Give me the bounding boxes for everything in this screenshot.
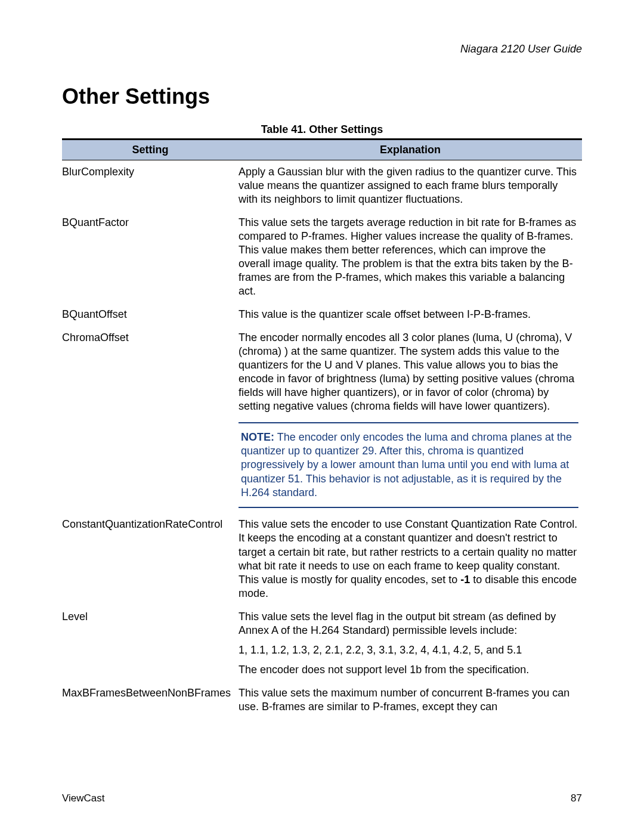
settings-table: Setting Explanation BlurComplexity Apply… xyxy=(62,138,582,719)
setting-explanation: This value sets the encoder to use Const… xyxy=(239,513,582,605)
setting-explanation: This value is the quantizer scale offset… xyxy=(239,303,582,326)
levels-list: 1, 1.1, 1.2, 1.3, 2, 2.1, 2.2, 3, 3.1, 3… xyxy=(239,643,578,657)
table-caption: Table 41. Other Settings xyxy=(62,123,582,136)
table-row: Level This value sets the level flag in … xyxy=(62,605,582,682)
setting-explanation: This value sets the level flag in the ou… xyxy=(239,605,582,682)
col-setting: Setting xyxy=(62,140,239,160)
setting-name: MaxBFramesBetweenNonBFrames xyxy=(62,682,239,719)
explanation-bold: -1 xyxy=(460,574,470,586)
setting-explanation: Apply a Gaussian blur with the given rad… xyxy=(239,160,582,212)
table-row: BlurComplexity Apply a Gaussian blur wit… xyxy=(62,160,582,212)
running-head: Niagara 2120 User Guide xyxy=(62,43,582,55)
setting-explanation: The encoder normally encodes all 3 color… xyxy=(239,326,582,513)
note-block: NOTE: The encoder only encodes the luma … xyxy=(239,422,578,509)
page: Niagara 2120 User Guide Other Settings T… xyxy=(0,0,644,833)
note-label: NOTE: xyxy=(241,431,274,443)
table-row: ChromaOffset The encoder normally encode… xyxy=(62,326,582,513)
setting-name: ChromaOffset xyxy=(62,326,239,513)
setting-name: BlurComplexity xyxy=(62,160,239,212)
setting-explanation: This value sets the targets average redu… xyxy=(239,211,582,303)
note-text: The encoder only encodes the luma and ch… xyxy=(241,431,572,499)
setting-name: BQuantFactor xyxy=(62,211,239,303)
table-row: ConstantQuantizationRateControl This val… xyxy=(62,513,582,605)
explanation-text: The encoder normally encodes all 3 color… xyxy=(239,332,574,412)
setting-explanation: This value sets the maximum number of co… xyxy=(239,682,582,719)
setting-name: ConstantQuantizationRateControl xyxy=(62,513,239,605)
footer: ViewCast 87 xyxy=(62,792,582,804)
table-row: MaxBFramesBetweenNonBFrames This value s… xyxy=(62,682,582,719)
setting-name: BQuantOffset xyxy=(62,303,239,326)
footer-page-number: 87 xyxy=(571,792,582,804)
table-row: BQuantOffset This value is the quantizer… xyxy=(62,303,582,326)
explanation-text: This value sets the level flag in the ou… xyxy=(239,611,556,636)
table-header-row: Setting Explanation xyxy=(62,140,582,160)
footer-left: ViewCast xyxy=(62,792,105,804)
page-heading: Other Settings xyxy=(62,84,582,109)
col-explanation: Explanation xyxy=(239,140,582,160)
levels-unsupported: The encoder does not support level 1b fr… xyxy=(239,663,578,677)
table-row: BQuantFactor This value sets the targets… xyxy=(62,211,582,303)
setting-name: Level xyxy=(62,605,239,682)
